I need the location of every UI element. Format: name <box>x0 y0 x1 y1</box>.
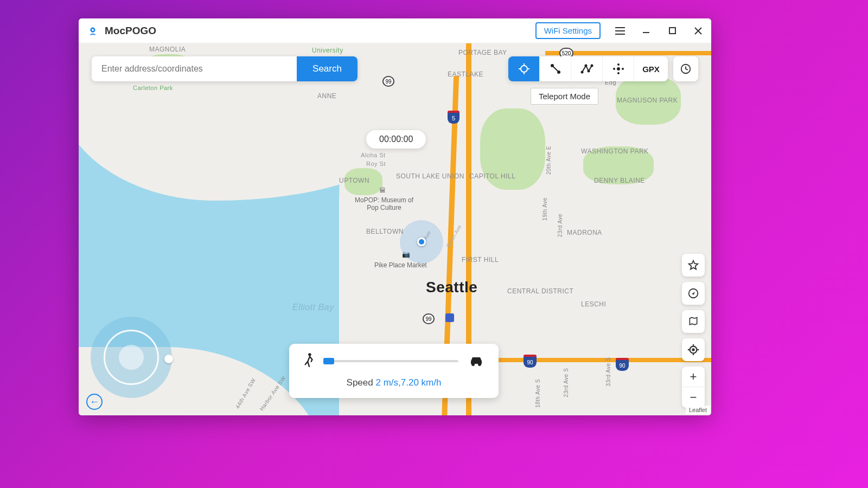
svg-point-14 <box>622 68 624 70</box>
map-label: UPTOWN <box>339 177 369 184</box>
car-icon <box>468 354 484 369</box>
jump-mode-button[interactable] <box>603 56 634 81</box>
crosshair-icon <box>518 62 531 75</box>
svg-point-10 <box>617 67 620 70</box>
svg-point-19 <box>308 353 311 356</box>
side-tools: + − <box>682 254 705 408</box>
map-city-label: Seattle <box>426 279 477 296</box>
map-canvas[interactable]: MAGNOLIA University PORTAGE BAY ANNE EAS… <box>79 43 711 415</box>
highway-shield-icon: 99 <box>423 313 435 324</box>
joystick-dots-icon <box>612 62 625 75</box>
titlebar: MocPOGO WiFi Settings <box>79 18 711 43</box>
map-label: WASHINGTON PARK <box>581 147 635 155</box>
window-controls <box>615 25 704 36</box>
map-label: DENNY BLAINE <box>594 177 632 184</box>
svg-point-18 <box>692 348 695 351</box>
app-logo-icon <box>86 24 99 37</box>
map-label: MAGNUSON PARK <box>617 97 666 104</box>
multi-spot-mode-button[interactable] <box>571 56 603 81</box>
zoom-controls: + − <box>682 367 705 408</box>
map-label: LESCHI <box>581 300 606 308</box>
map-label: FIRST HILL <box>462 256 499 264</box>
search-bar: Search <box>92 56 358 81</box>
interstate-shield-icon: 5 <box>448 111 459 124</box>
map-water-label: Elliott Bay <box>292 303 334 312</box>
two-spot-mode-button[interactable] <box>540 56 571 81</box>
map-label: SOUTH LAKE UNION <box>396 172 445 180</box>
svg-rect-2 <box>669 28 675 34</box>
svg-point-12 <box>617 72 620 74</box>
route-two-icon <box>549 62 562 75</box>
interstate-shield-icon: 90 <box>616 358 629 371</box>
map-attribution: Leaflet <box>686 406 710 414</box>
compass-icon <box>687 287 699 299</box>
gpx-import-button[interactable]: GPX <box>634 56 668 81</box>
museum-icon: 🏛 <box>379 187 387 193</box>
compass-button[interactable] <box>682 282 705 305</box>
map-poi-label: MoPOP: Museum of Pop Culture <box>349 196 419 211</box>
svg-point-1 <box>92 29 94 31</box>
map-street-label: 23rd Ave <box>557 214 563 237</box>
map-street-label: 20th Ave E <box>546 146 552 175</box>
transit-station-icon <box>445 313 454 322</box>
current-location-marker <box>400 220 443 264</box>
svg-point-11 <box>617 63 620 66</box>
teleport-mode-button[interactable] <box>508 56 540 81</box>
interstate-shield-icon: 90 <box>524 355 537 368</box>
locate-icon <box>687 344 699 356</box>
map-fold-icon <box>688 316 699 328</box>
timer-display: 00:00:00 <box>366 130 426 149</box>
location-pin-icon <box>417 237 426 246</box>
svg-point-20 <box>471 363 475 366</box>
map-label: University <box>312 47 343 54</box>
star-icon <box>687 259 699 271</box>
maximize-button[interactable] <box>667 25 678 36</box>
route-multi-icon <box>580 62 594 75</box>
speed-panel: Speed 2 m/s,7.20 km/h <box>289 344 499 398</box>
wifi-settings-button[interactable]: WiFi Settings <box>535 22 601 39</box>
map-label: Carleton Park <box>133 85 173 91</box>
map-label: EASTLAKE <box>448 70 483 78</box>
joystick-handle-icon <box>164 355 173 363</box>
speed-value: 2 m/s,7.20 km/h <box>375 377 441 388</box>
map-street-label: 33rd Ave S <box>605 357 611 387</box>
map-label: Aloha St <box>361 152 386 158</box>
zoom-in-button[interactable]: + <box>682 367 705 387</box>
slider-thumb-icon <box>323 358 334 364</box>
walk-icon <box>303 352 315 370</box>
mode-tooltip: Teleport Mode <box>531 88 598 105</box>
minus-icon: − <box>690 390 697 404</box>
speed-readout: Speed 2 m/s,7.20 km/h <box>303 377 484 388</box>
hamburger-menu-icon[interactable] <box>615 25 626 36</box>
svg-point-3 <box>521 66 527 72</box>
mode-group: GPX <box>508 56 668 81</box>
virtual-joystick[interactable] <box>91 317 172 398</box>
minimize-button[interactable] <box>641 25 652 36</box>
speed-label-prefix: Speed <box>347 377 376 388</box>
plus-icon: + <box>690 370 697 384</box>
map-label: CAPITOL HILL <box>469 172 513 180</box>
app-title: MocPOGO <box>105 25 535 37</box>
map-label: PORTAGE BAY <box>458 49 507 56</box>
svg-point-13 <box>613 68 615 70</box>
speed-slider[interactable] <box>325 360 458 362</box>
highway-shield-icon: 99 <box>382 76 394 87</box>
search-button[interactable]: Search <box>297 56 358 81</box>
history-button[interactable] <box>673 56 698 81</box>
map-label: MADRONA <box>567 229 602 236</box>
map-street-label: 19th Ave <box>542 197 548 221</box>
arrow-left-icon: ← <box>90 396 99 408</box>
back-button[interactable]: ← <box>86 394 103 410</box>
map-label: ANNE <box>317 92 336 100</box>
clipboard-button[interactable] <box>682 310 705 333</box>
locate-button[interactable] <box>682 338 705 361</box>
close-button[interactable] <box>693 25 704 36</box>
map-label: BELLTOWN <box>366 228 404 235</box>
map-street-label: 18th Ave S <box>535 379 541 408</box>
favorites-button[interactable] <box>682 254 705 277</box>
map-label: CENTRAL DISTRICT <box>507 287 551 295</box>
search-input[interactable] <box>92 56 297 81</box>
map-label: Roy St <box>366 160 386 167</box>
clock-icon <box>680 63 692 75</box>
zoom-out-button[interactable]: − <box>682 387 705 408</box>
